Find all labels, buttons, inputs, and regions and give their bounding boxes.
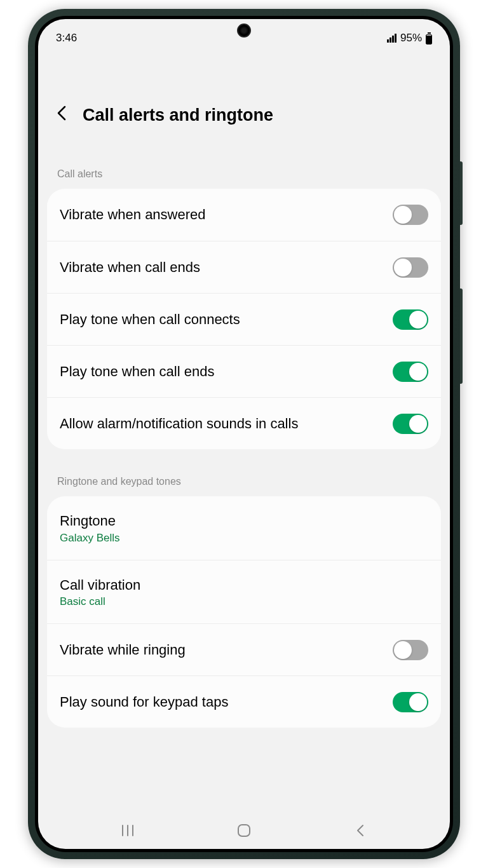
item-vibrate-call-ends[interactable]: Vibrate when call ends (47, 241, 441, 293)
status-time: 3:46 (56, 32, 77, 44)
card-ringtone: Ringtone Galaxy Bells Call vibration Bas… (47, 496, 441, 728)
battery-percent: 95% (400, 32, 422, 44)
item-keypad-taps[interactable]: Play sound for keypad taps (47, 675, 441, 728)
item-call-vibration[interactable]: Call vibration Basic call (47, 560, 441, 624)
back-icon (355, 824, 365, 837)
item-label: Allow alarm/notification sounds in calls (60, 414, 383, 433)
item-label: Vibrate when call ends (60, 258, 383, 277)
item-label: Play tone when call connects (60, 310, 383, 329)
section-header-ringtone: Ringtone and keypad tones (47, 449, 441, 496)
nav-home-button[interactable] (225, 818, 263, 843)
item-label: Ringtone (60, 512, 418, 531)
item-vibrate-answered[interactable]: Vibrate when answered (47, 189, 441, 241)
nav-recents-button[interactable] (109, 818, 147, 843)
item-vibrate-while-ringing[interactable]: Vibrate while ringing (47, 623, 441, 675)
home-icon (237, 824, 251, 837)
status-right: 95% (387, 32, 432, 44)
chevron-left-icon (56, 104, 67, 122)
battery-icon (426, 32, 432, 44)
screen: 3:46 95% (38, 19, 450, 849)
toggle-vibrate-answered[interactable] (393, 205, 428, 225)
item-value: Galaxy Bells (60, 532, 418, 545)
toggle-tone-call-connects[interactable] (393, 309, 428, 330)
nav-back-button[interactable] (341, 818, 379, 843)
item-tone-call-connects[interactable]: Play tone when call connects (47, 293, 441, 345)
signal-icon (387, 34, 396, 43)
nav-bar (38, 816, 450, 849)
toggle-vibrate-call-ends[interactable] (393, 257, 428, 278)
toggle-keypad-taps[interactable] (393, 692, 428, 712)
item-alarm-sounds-in-calls[interactable]: Allow alarm/notification sounds in calls (47, 397, 441, 449)
item-value: Basic call (60, 595, 418, 608)
content-area[interactable]: Call alerts Vibrate when answered Vibrat… (38, 142, 450, 816)
item-label: Vibrate while ringing (60, 641, 383, 660)
card-call-alerts: Vibrate when answered Vibrate when call … (47, 189, 441, 449)
item-label: Play sound for keypad taps (60, 693, 383, 712)
item-ringtone[interactable]: Ringtone Galaxy Bells (47, 496, 441, 560)
toggle-alarm-sounds-in-calls[interactable] (393, 414, 428, 434)
recents-icon (121, 824, 135, 837)
front-camera (237, 24, 251, 37)
item-label: Play tone when call ends (60, 362, 383, 381)
phone-frame: 3:46 95% (28, 9, 460, 859)
item-label: Call vibration (60, 576, 418, 595)
back-button[interactable] (53, 102, 70, 129)
toggle-vibrate-while-ringing[interactable] (393, 640, 428, 660)
section-header-call-alerts: Call alerts (47, 142, 441, 189)
item-label: Vibrate when answered (60, 205, 383, 224)
screen-bezel: 3:46 95% (35, 16, 453, 852)
toggle-tone-call-ends[interactable] (393, 362, 428, 382)
item-tone-call-ends[interactable]: Play tone when call ends (47, 345, 441, 397)
page-header: Call alerts and ringtone (38, 52, 450, 142)
page-title: Call alerts and ringtone (83, 105, 273, 125)
svg-rect-3 (238, 825, 250, 836)
